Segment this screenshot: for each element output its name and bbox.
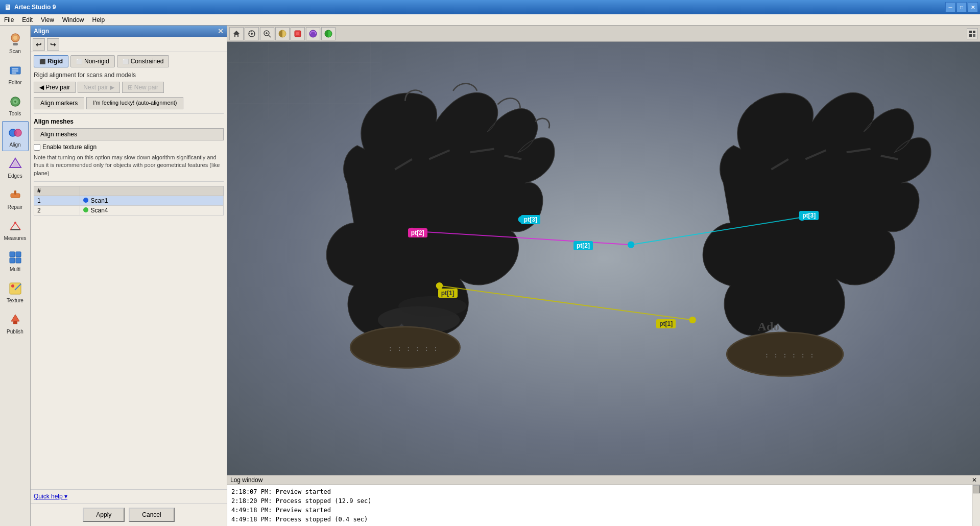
separator-2 bbox=[34, 181, 224, 182]
table-row[interactable]: 1 Scan1 bbox=[34, 196, 224, 206]
sidebar-item-align[interactable]: Align bbox=[2, 121, 29, 151]
viewport-toolbar bbox=[227, 26, 980, 42]
align-meshes-btn-row: Align meshes bbox=[34, 128, 224, 140]
sidebar-item-measures[interactable]: Measures bbox=[2, 214, 29, 245]
log-scrollbar[interactable] bbox=[972, 485, 980, 526]
svg-rect-15 bbox=[14, 190, 16, 195]
quick-help-link[interactable]: Quick help ▾ bbox=[34, 493, 67, 500]
3d-scene[interactable]: : : : : : : : : : : bbox=[227, 42, 980, 475]
separator-1 bbox=[34, 113, 224, 114]
svg-marker-27 bbox=[11, 315, 19, 321]
measures-icon bbox=[7, 218, 23, 234]
align-icon bbox=[7, 125, 23, 141]
svg-point-73 bbox=[689, 317, 696, 323]
svg-marker-29 bbox=[233, 31, 240, 37]
row-id: 2 bbox=[34, 206, 80, 216]
sidebar-item-tools[interactable]: Tools bbox=[2, 90, 29, 120]
scan-icon bbox=[7, 31, 23, 47]
sidebar-item-repair[interactable]: Repair bbox=[2, 183, 29, 213]
tab-constrained[interactable]: ⬜ Constrained bbox=[117, 55, 170, 67]
menu-bar: File Edit View Window Help bbox=[0, 14, 980, 26]
minimize-button[interactable]: ─ bbox=[945, 2, 955, 12]
svg-rect-21 bbox=[16, 252, 21, 257]
menu-help[interactable]: Help bbox=[88, 15, 109, 25]
label-scan1-pt2: pt[2] bbox=[408, 228, 427, 237]
svg-point-9 bbox=[14, 101, 16, 103]
row-name: Scan1 bbox=[80, 196, 224, 206]
svg-text:: : : : : :: : : : : : : bbox=[764, 350, 815, 359]
svg-rect-23 bbox=[16, 258, 21, 263]
log-titlebar: Log window ✕ bbox=[227, 475, 980, 485]
sidebar-item-edges[interactable]: Edges bbox=[2, 152, 29, 182]
close-button[interactable]: ✕ bbox=[968, 2, 978, 12]
apply-button[interactable]: Apply bbox=[83, 508, 125, 522]
table-header-hash: # bbox=[34, 186, 80, 196]
log-window: Log window ✕ 2:18:07 PM: Preview started… bbox=[227, 475, 980, 526]
svg-point-25 bbox=[11, 284, 14, 288]
tab-rigid[interactable]: ⬛ Rigid bbox=[34, 55, 68, 67]
rigid-tab-label: Rigid bbox=[47, 58, 63, 65]
sidebar-item-edges-label: Edges bbox=[8, 173, 22, 179]
label-scan1-pt3: pt[3] bbox=[521, 215, 540, 224]
svg-rect-28 bbox=[13, 321, 17, 324]
vp-magnify-button[interactable] bbox=[260, 27, 274, 40]
edges-icon bbox=[7, 156, 23, 172]
align-panel: Align ✕ ↩ ↪ ⬛ Rigid ⬜ Non-rigid ⬜ bbox=[31, 26, 227, 526]
next-pair-button[interactable]: Next pair ▶ bbox=[78, 82, 119, 93]
scan-table: # 1 Scan1 2 Scan4 bbox=[34, 186, 224, 216]
app-icon: 🖥 bbox=[4, 3, 11, 11]
sidebar-item-publish[interactable]: Publish bbox=[2, 308, 29, 338]
svg-text:Ado: Ado bbox=[758, 320, 780, 333]
panel-close-button[interactable]: ✕ bbox=[218, 27, 224, 35]
undo-button[interactable]: ↩ bbox=[33, 38, 45, 51]
sidebar-item-editor[interactable]: Editor bbox=[2, 59, 29, 89]
auto-align-label: I'm feeling lucky! (auto-alignment) bbox=[93, 100, 177, 106]
constrained-tab-icon: ⬜ bbox=[123, 59, 129, 64]
cancel-button[interactable]: Cancel bbox=[129, 508, 174, 522]
sidebar-item-scan-label: Scan bbox=[9, 49, 21, 54]
auto-align-button[interactable]: I'm feeling lucky! (auto-alignment) bbox=[86, 97, 183, 109]
svg-line-67 bbox=[439, 286, 692, 320]
align-meshes-button[interactable]: Align meshes bbox=[34, 128, 224, 140]
redo-button[interactable]: ↪ bbox=[47, 38, 59, 51]
vp-corner-button[interactable] bbox=[967, 28, 978, 39]
sidebar-item-texture[interactable]: Texture bbox=[2, 277, 29, 307]
menu-file[interactable]: File bbox=[0, 15, 18, 25]
svg-point-19 bbox=[14, 222, 16, 224]
next-pair-label: Next pair ▶ bbox=[83, 84, 114, 91]
table-row[interactable]: 2 Scan4 bbox=[34, 206, 224, 216]
enable-texture-checkbox[interactable] bbox=[34, 144, 40, 151]
gloves-render: : : : : : : : : : : bbox=[227, 42, 980, 475]
repair-icon bbox=[7, 187, 23, 203]
svg-point-72 bbox=[436, 282, 443, 289]
align-meshes-title: Align meshes bbox=[34, 118, 224, 125]
svg-point-51 bbox=[398, 296, 467, 317]
nonrigid-tab-label: Non-rigid bbox=[84, 58, 109, 65]
row-id: 1 bbox=[34, 196, 80, 206]
panel-content: ⬛ Rigid ⬜ Non-rigid ⬜ Constrained Rigid … bbox=[31, 52, 227, 489]
vp-flat-button[interactable] bbox=[291, 27, 305, 40]
publish-icon bbox=[7, 312, 23, 328]
alignment-description: Rigid alignment for scans and models bbox=[34, 71, 224, 79]
sidebar-item-publish-label: Publish bbox=[7, 329, 23, 334]
vp-target-button[interactable] bbox=[245, 27, 259, 40]
sidebar-item-scan[interactable]: Scan bbox=[2, 28, 29, 58]
maximize-button[interactable]: □ bbox=[957, 2, 967, 12]
menu-window[interactable]: Window bbox=[58, 15, 88, 25]
sidebar-item-multi[interactable]: Multi bbox=[2, 246, 29, 276]
panel-titlebar: Align ✕ bbox=[31, 26, 227, 37]
prev-pair-button[interactable]: ◀ Prev pair bbox=[34, 82, 76, 93]
svg-rect-48 bbox=[973, 34, 975, 37]
tab-nonrigid[interactable]: ⬜ Non-rigid bbox=[70, 55, 115, 67]
vp-home-button[interactable] bbox=[229, 27, 244, 40]
new-pair-button[interactable]: ⊞ New pair bbox=[122, 82, 164, 93]
panel-title: Align bbox=[34, 28, 49, 35]
menu-edit[interactable]: Edit bbox=[18, 15, 37, 25]
menu-view[interactable]: View bbox=[37, 15, 58, 25]
vp-texture-button[interactable] bbox=[306, 27, 320, 40]
vp-shaded-button[interactable] bbox=[275, 27, 290, 40]
align-markers-button[interactable]: Align markers bbox=[34, 97, 84, 109]
log-close-icon[interactable]: ✕ bbox=[972, 476, 977, 484]
vp-half-button[interactable] bbox=[321, 27, 336, 40]
svg-text:: : : : : :: : : : : : : bbox=[388, 344, 438, 352]
